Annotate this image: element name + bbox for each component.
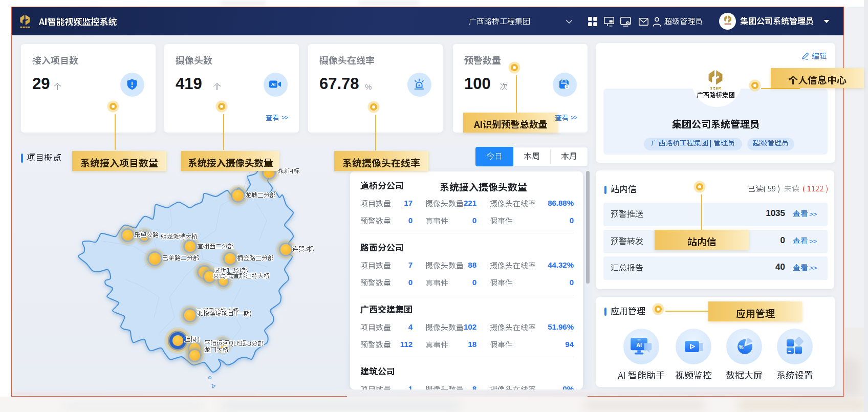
svg-text:AI: AI xyxy=(271,82,276,87)
svg-text:%: % xyxy=(739,344,744,350)
svg-text:AI: AI xyxy=(636,342,642,348)
